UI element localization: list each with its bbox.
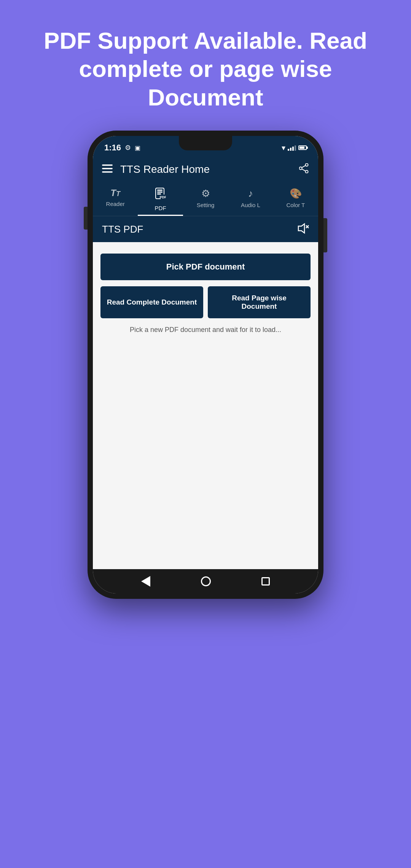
app-title: TTS Reader Home [120,163,292,176]
phone-shell: 1:16 ⚙ ▣ ▾ [88,131,323,599]
svg-rect-2 [102,171,113,173]
tab-setting[interactable]: ⚙ Setting [183,182,228,216]
app-bar: TTS Reader Home [93,156,318,182]
signal-bars-icon [288,145,296,151]
tab-pdf[interactable]: PDF PDF [138,182,183,216]
home-button[interactable] [201,576,211,586]
settings-status-icon: ⚙ [125,144,131,152]
content-area: Pick PDF document Read Complete Document… [93,242,318,569]
setting-tab-icon: ⚙ [201,188,210,199]
phone-mockup: 1:16 ⚙ ▣ ▾ [88,131,323,854]
tab-reader[interactable]: TT Reader [93,182,138,216]
mute-icon[interactable] [298,223,309,235]
tab-audio-label: Audio L [241,202,260,208]
hero-text: PDF Support Available. Read complete or … [0,0,411,131]
hint-text: Pick a new PDF document and wait for it … [100,326,311,334]
share-icon[interactable] [299,163,309,176]
battery-icon [298,145,307,150]
pdf-tab-icon: PDF [155,188,166,203]
svg-line-7 [302,169,306,171]
svg-point-4 [306,171,308,173]
tab-color[interactable]: 🎨 Color T [273,182,318,216]
svg-point-5 [299,167,302,170]
pick-pdf-button[interactable]: Pick PDF document [100,254,311,280]
status-right-icons: ▾ [282,143,307,152]
tab-pdf-label: PDF [155,205,166,211]
read-complete-button[interactable]: Read Complete Document [100,286,203,318]
reader-tab-icon: TT [110,188,120,198]
bottom-nav [93,569,318,594]
tab-bar: TT Reader PDF P [93,182,318,216]
svg-point-3 [306,164,308,166]
svg-line-6 [302,166,306,168]
recent-button[interactable] [261,577,270,586]
phone-screen: 1:16 ⚙ ▣ ▾ [93,136,318,594]
svg-text:PDF: PDF [159,195,166,199]
svg-rect-0 [102,164,113,166]
audio-tab-icon: ♪ [248,188,253,199]
svg-rect-10 [157,191,162,193]
phone-notch [179,136,232,150]
tab-audio[interactable]: ♪ Audio L [228,182,273,216]
section-title: TTS PDF [102,223,143,235]
section-header: TTS PDF [93,216,318,242]
tab-color-label: Color T [286,202,305,208]
back-button[interactable] [141,576,150,587]
read-buttons-row: Read Complete Document Read Page wise Do… [100,286,311,318]
svg-marker-14 [298,224,304,233]
svg-rect-1 [102,168,113,169]
wifi-icon: ▾ [282,143,285,152]
sd-status-icon: ▣ [135,144,140,152]
svg-rect-11 [157,193,161,195]
color-tab-icon: 🎨 [290,188,302,199]
status-time: 1:16 [104,143,121,153]
tab-reader-label: Reader [106,201,125,207]
tab-setting-label: Setting [197,202,215,208]
svg-rect-9 [157,190,162,191]
hamburger-icon[interactable] [102,163,113,176]
read-pagewise-button[interactable]: Read Page wise Document [208,286,311,318]
